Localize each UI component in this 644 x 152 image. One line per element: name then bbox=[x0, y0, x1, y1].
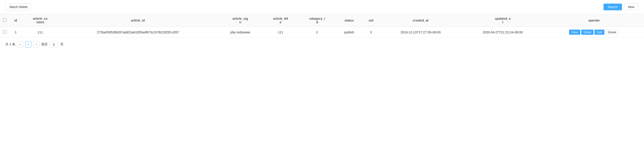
cell-id: 1 bbox=[9, 27, 22, 38]
pagination: 共 1 条 ‹ 1 › 跳至 页 bbox=[0, 38, 644, 51]
col-created-at: created_at bbox=[380, 14, 462, 27]
data-table: id article_content article_id article_si… bbox=[0, 14, 644, 38]
cell-operate: ViewDetailEditDelete bbox=[544, 27, 644, 38]
col-status: status bbox=[336, 14, 362, 27]
col-article-content: article_content bbox=[22, 14, 58, 27]
table-row: 1111272ba059528b057add15a61855a4f673c157… bbox=[0, 27, 644, 38]
col-operate: operate bbox=[544, 14, 644, 27]
col-updated-at: updated_at bbox=[462, 14, 544, 27]
col-article-sign: article_sign bbox=[218, 14, 262, 27]
select-all-checkbox[interactable] bbox=[3, 18, 6, 22]
cell-article-id: 272ba059528b057add15a61855a4f673c1576229… bbox=[58, 27, 218, 38]
cell-article-sign: php rediswww bbox=[218, 27, 262, 38]
view-button[interactable]: View bbox=[569, 30, 580, 35]
toolbar-right: Search New bbox=[604, 3, 638, 10]
page-label: 页 bbox=[60, 42, 64, 46]
total-label: 共 1 条 bbox=[6, 42, 15, 46]
row-checkbox-cell bbox=[0, 27, 9, 38]
toolbar: Batch Delete Search New bbox=[0, 0, 644, 14]
table-body: 1111272ba059528b057add15a61855a4f673c157… bbox=[0, 27, 644, 38]
toolbar-left: Batch Delete bbox=[6, 3, 32, 10]
cell-status: publish bbox=[336, 27, 362, 38]
col-uid: uid bbox=[362, 14, 380, 27]
cell-article-content: 111 bbox=[22, 27, 58, 38]
cell-created-at: 2019-12-13T17:27:35+08:00 bbox=[380, 27, 462, 38]
prev-page-button[interactable]: ‹ bbox=[17, 41, 24, 48]
col-id: id bbox=[9, 14, 22, 27]
table-header: id article_content article_id article_si… bbox=[0, 14, 644, 27]
col-article-title: article_title bbox=[262, 14, 298, 27]
delete-button[interactable]: Delete bbox=[605, 30, 619, 35]
detail-button[interactable]: Detail bbox=[581, 30, 594, 35]
jump-input[interactable] bbox=[50, 41, 58, 48]
header-row: id article_content article_id article_si… bbox=[0, 14, 644, 27]
cell-category-id: 2 bbox=[298, 27, 336, 38]
col-category-id: category_id bbox=[298, 14, 336, 27]
current-page-button[interactable]: 1 bbox=[25, 41, 32, 48]
col-article-id: article_id bbox=[58, 14, 218, 27]
search-button[interactable]: Search bbox=[604, 3, 622, 10]
header-checkbox-cell bbox=[0, 14, 9, 27]
cell-uid: 0 bbox=[362, 27, 380, 38]
cell-article-title: 111 bbox=[262, 27, 298, 38]
next-page-button[interactable]: › bbox=[33, 41, 40, 48]
cell-updated-at: 2020-04-27T21:23:24+08:00 bbox=[462, 27, 544, 38]
batch-delete-button[interactable]: Batch Delete bbox=[6, 3, 32, 10]
edit-button[interactable]: Edit bbox=[594, 30, 604, 35]
jump-label: 跳至 bbox=[42, 42, 48, 46]
new-button[interactable]: New bbox=[624, 3, 638, 10]
row-checkbox[interactable] bbox=[3, 30, 6, 34]
operate-buttons: ViewDetailEditDelete bbox=[546, 30, 642, 35]
